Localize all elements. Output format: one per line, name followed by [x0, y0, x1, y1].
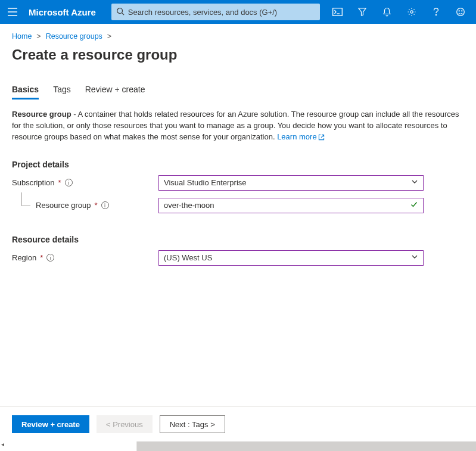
previous-button: < Previous — [97, 415, 153, 433]
hamburger-menu-icon[interactable] — [5, 8, 20, 16]
learn-more-link[interactable]: Learn more — [277, 132, 316, 141]
chevron-down-icon — [411, 178, 418, 187]
wizard-footer: Review + create < Previous Next : Tags > — [0, 406, 476, 441]
svg-point-8 — [435, 14, 437, 15]
breadcrumb-separator: > — [36, 32, 41, 41]
resource-group-value: over-the-moon — [164, 201, 214, 210]
svg-line-12 — [321, 135, 323, 137]
label-subscription: Subscription * i — [12, 178, 158, 187]
resource-group-input[interactable]: over-the-moon — [158, 198, 424, 213]
external-link-icon — [318, 133, 325, 144]
section-project-details: Project details — [12, 160, 464, 169]
settings-gear-icon[interactable] — [401, 7, 422, 17]
svg-point-7 — [410, 11, 412, 13]
cloud-shell-icon[interactable] — [327, 8, 348, 16]
row-region: Region * i (US) West US — [12, 250, 464, 266]
global-search[interactable] — [111, 4, 320, 20]
svg-rect-5 — [333, 8, 343, 16]
label-region: Region * i — [12, 253, 158, 262]
required-marker: * — [95, 201, 98, 210]
label-resource-group: Resource group * i — [12, 201, 158, 210]
required-marker: * — [40, 253, 43, 262]
brand-label[interactable]: Microsoft Azure — [29, 7, 96, 17]
row-subscription: Subscription * i Visual Studio Enterpris… — [12, 175, 464, 191]
description-text: Resource group - A container that holds … — [12, 109, 464, 144]
search-icon — [116, 7, 125, 17]
region-value: (US) West US — [164, 253, 212, 262]
svg-point-11 — [462, 11, 463, 12]
region-select[interactable]: (US) West US — [158, 250, 424, 266]
review-create-button[interactable]: Review + create — [12, 415, 89, 433]
description-body: - A container that holds related resourc… — [12, 110, 459, 141]
info-icon[interactable]: i — [46, 254, 54, 262]
page-content: Home > Resource groups > Create a resour… — [0, 24, 476, 406]
notifications-icon[interactable] — [377, 7, 397, 17]
breadcrumb-separator: > — [107, 32, 111, 41]
chevron-down-icon — [411, 253, 418, 262]
required-marker: * — [58, 178, 61, 187]
svg-point-10 — [459, 11, 460, 12]
section-resource-details: Resource details — [12, 235, 464, 244]
svg-point-3 — [117, 8, 123, 13]
info-icon[interactable]: i — [101, 201, 109, 209]
tab-basics[interactable]: Basics — [12, 81, 39, 99]
svg-point-9 — [457, 8, 465, 16]
help-icon[interactable] — [425, 7, 446, 17]
info-icon[interactable]: i — [65, 179, 73, 186]
breadcrumb-home[interactable]: Home — [12, 32, 32, 41]
next-button[interactable]: Next : Tags > — [160, 415, 225, 433]
breadcrumb: Home > Resource groups > — [12, 32, 464, 41]
description-bold: Resource group — [12, 110, 71, 119]
top-nav-bar: Microsoft Azure — [0, 0, 476, 24]
tab-bar: Basics Tags Review + create — [12, 81, 464, 99]
search-input[interactable] — [128, 8, 315, 17]
subscription-value: Visual Studio Enterprise — [164, 178, 247, 187]
subscription-select[interactable]: Visual Studio Enterprise — [158, 175, 424, 191]
directories-filter-icon[interactable] — [351, 7, 372, 17]
breadcrumb-resource-groups[interactable]: Resource groups — [46, 32, 102, 41]
tab-review-create[interactable]: Review + create — [85, 81, 145, 99]
row-resource-group: Resource group * i over-the-moon — [12, 198, 464, 213]
checkmark-icon — [410, 200, 418, 210]
svg-line-4 — [122, 13, 124, 15]
horizontal-scrollbar[interactable] — [0, 441, 476, 451]
tab-tags[interactable]: Tags — [53, 81, 71, 99]
feedback-smiley-icon[interactable] — [450, 7, 471, 17]
page-title: Create a resource group — [12, 46, 464, 63]
